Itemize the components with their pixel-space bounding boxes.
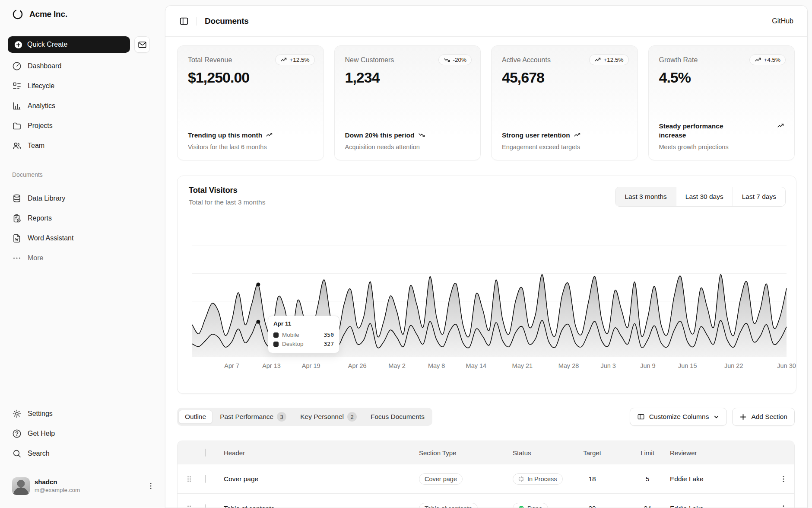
row-checkbox[interactable]	[205, 475, 206, 483]
svg-text:Jun 30: Jun 30	[777, 362, 796, 369]
table-header-row: Header Section Type Status Target Limit …	[178, 441, 794, 464]
sidebar-main-nav: Dashboard Lifecycle Analytics Projects T…	[8, 58, 156, 157]
desktop-swatch-icon	[273, 342, 279, 347]
check-circle-icon	[518, 505, 524, 508]
sidebar-item-label: Dashboard	[28, 62, 61, 70]
tab-focus-documents[interactable]: Focus Documents	[364, 410, 431, 424]
list-todo-icon	[12, 81, 22, 91]
sidebar-item-word-assistant[interactable]: Word Assistant	[8, 230, 156, 246]
sidebar-item-dashboard[interactable]: Dashboard	[8, 58, 156, 74]
column-header[interactable]: Header	[224, 449, 245, 456]
sidebar-item-team[interactable]: Team	[8, 137, 156, 154]
quick-create-label: Quick Create	[27, 41, 67, 48]
trending-up-icon	[574, 131, 580, 138]
more-vertical-icon[interactable]	[147, 482, 155, 490]
row-header-text[interactable]: Table of contents	[224, 505, 274, 508]
sidebar-item-analytics[interactable]: Analytics	[8, 98, 156, 114]
sidebar-item-settings[interactable]: Settings	[8, 406, 156, 422]
avatar	[12, 477, 30, 495]
chevron-down-icon	[713, 414, 720, 420]
limit-value[interactable]: 24	[634, 505, 660, 508]
row-header-text[interactable]: Cover page	[224, 475, 258, 483]
status-badge[interactable]: Done	[513, 503, 548, 508]
row-checkbox[interactable]	[205, 504, 206, 508]
svg-text:Jun 3: Jun 3	[600, 362, 615, 369]
tab-outline[interactable]: Outline	[178, 410, 213, 424]
sidebar-section-documents: Documents	[12, 171, 43, 178]
tooltip-series-value: 327	[324, 341, 334, 347]
chart-subtitle: Total for the last 3 months	[189, 198, 265, 206]
tab-key-personnel[interactable]: Key Personnel2	[294, 409, 363, 425]
sidebar-item-reports[interactable]: Reports	[8, 210, 156, 227]
inbox-button[interactable]	[134, 36, 150, 53]
range-last-3-months[interactable]: Last 3 months	[615, 187, 676, 206]
svg-text:May 21: May 21	[512, 362, 533, 369]
stat-line1: Down 20% this period	[345, 131, 415, 140]
customize-columns-button[interactable]: Customize Columns	[630, 408, 727, 426]
stat-value: 1,234	[345, 69, 470, 86]
brand[interactable]: Acme Inc.	[12, 9, 67, 20]
sidebar-item-label: Projects	[28, 122, 53, 130]
select-all-checkbox[interactable]	[205, 448, 206, 457]
quick-create-button[interactable]: Quick Create	[8, 36, 130, 53]
drag-handle-icon[interactable]	[186, 505, 192, 508]
trending-up-icon	[755, 57, 761, 63]
stat-line2: Meets growth projections	[659, 144, 784, 150]
target-value[interactable]: 18	[575, 475, 609, 483]
page-header: Documents GitHub	[165, 6, 807, 37]
column-limit[interactable]: Limit	[634, 449, 660, 456]
column-target[interactable]: Target	[575, 449, 609, 456]
trending-up-icon	[777, 122, 784, 129]
limit-value[interactable]: 5	[634, 475, 660, 483]
stat-card-new-customers: New Customers -20% 1,234 Down 20% this p…	[334, 45, 481, 160]
tab-label: Focus Documents	[371, 413, 425, 421]
tooltip-series-value: 350	[324, 332, 334, 338]
row-actions-icon[interactable]	[780, 505, 787, 508]
sidebar-item-label: Word Assistant	[28, 234, 73, 242]
tab-count-badge: 2	[347, 412, 357, 422]
trending-down-icon	[418, 131, 425, 138]
svg-text:May 28: May 28	[558, 362, 579, 369]
badge-value: -20%	[453, 57, 466, 63]
stat-line1: Trending up this month	[188, 131, 262, 140]
column-status[interactable]: Status	[513, 449, 531, 456]
ellipsis-icon	[12, 253, 22, 263]
tab-label: Outline	[185, 413, 206, 421]
sidebar-item-search[interactable]: Search	[8, 445, 156, 462]
stat-value: 45,678	[502, 69, 627, 86]
range-last-30-days[interactable]: Last 30 days	[676, 187, 733, 206]
users-icon	[12, 141, 22, 150]
sidebar-item-data-library[interactable]: Data Library	[8, 190, 156, 207]
svg-text:Apr 13: Apr 13	[262, 362, 281, 369]
sidebar-item-projects[interactable]: Projects	[8, 118, 156, 134]
sidebar-item-lifecycle[interactable]: Lifecycle	[8, 78, 156, 94]
sidebar-item-label: Get Help	[28, 430, 55, 438]
table-row: Table of contents Table of contents Done…	[178, 494, 794, 508]
svg-text:Jun 15: Jun 15	[678, 362, 697, 369]
sidebar-item-more[interactable]: More	[8, 250, 156, 266]
user-menu[interactable]: shadcn m@example.com	[8, 474, 156, 498]
table-row: Cover page Cover page In Process 18 5 Ed…	[178, 464, 794, 494]
section-type-badge[interactable]: Cover page	[419, 473, 463, 485]
stat-line2: Visitors for the last 6 months	[188, 144, 313, 150]
column-section-type[interactable]: Section Type	[419, 449, 456, 456]
reviewer-name[interactable]: Eddie Lake	[670, 475, 704, 483]
github-link[interactable]: GitHub	[772, 17, 793, 25]
add-section-label: Add Section	[751, 413, 787, 421]
tab-past-performance[interactable]: Past Performance3	[213, 409, 293, 425]
section-type-badge[interactable]: Table of contents	[419, 503, 478, 508]
sidebar-item-get-help[interactable]: Get Help	[8, 425, 156, 442]
trending-up-icon	[280, 57, 287, 63]
mail-icon	[138, 40, 147, 49]
columns-icon	[637, 413, 645, 421]
visitors-chart-card: Total Visitors Total for the last 3 mont…	[177, 176, 796, 394]
reviewer-name[interactable]: Eddie Lake	[670, 505, 704, 508]
sidebar-toggle-icon[interactable]	[179, 16, 189, 26]
row-actions-icon[interactable]	[780, 475, 787, 483]
status-badge[interactable]: In Process	[513, 473, 563, 485]
range-last-7-days[interactable]: Last 7 days	[733, 187, 785, 206]
column-reviewer[interactable]: Reviewer	[670, 449, 697, 456]
drag-handle-icon[interactable]	[186, 475, 192, 483]
add-section-button[interactable]: Add Section	[732, 408, 795, 426]
target-value[interactable]: 29	[575, 505, 609, 508]
